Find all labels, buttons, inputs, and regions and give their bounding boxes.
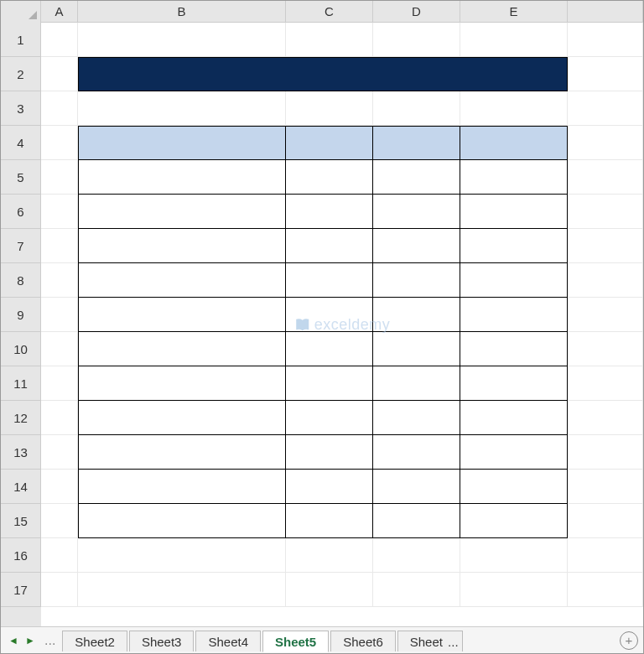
row-header-1[interactable]: 1 — [1, 23, 41, 57]
table-row[interactable] — [78, 401, 568, 435]
tab-nav-prev[interactable]: ◄ — [6, 632, 21, 649]
cell-grid[interactable]: exceldemy — [41, 23, 643, 626]
grid-area: 1 2 3 4 5 6 7 8 9 10 11 12 13 14 15 16 1… — [1, 23, 643, 626]
table-row[interactable] — [78, 470, 568, 504]
column-header-C[interactable]: C — [286, 1, 373, 22]
row-header-2[interactable]: 2 — [1, 57, 41, 91]
data-table — [78, 126, 568, 538]
table-header-cell[interactable] — [460, 126, 568, 160]
sheet-tab[interactable]: Sheet3 — [129, 631, 195, 651]
row-header-12[interactable]: 12 — [1, 401, 41, 435]
column-header-rest — [568, 1, 643, 22]
tab-overflow-right: ... — [448, 635, 459, 649]
row-header-14[interactable]: 14 — [1, 470, 41, 504]
sheet-tab[interactable]: Sheet2 — [62, 631, 127, 651]
table-row[interactable] — [78, 366, 568, 401]
column-header-D[interactable]: D — [373, 1, 460, 22]
row-header-17[interactable]: 17 — [1, 573, 41, 607]
row-header-16[interactable]: 16 — [1, 538, 41, 573]
add-sheet-button[interactable]: + — [620, 631, 638, 650]
sheet-tab[interactable]: Sheet6 — [330, 631, 396, 651]
tab-overflow-left[interactable]: ... — [39, 634, 60, 647]
table-header-row[interactable] — [78, 126, 568, 160]
row-header-6[interactable]: 6 — [1, 195, 41, 229]
table-row[interactable] — [78, 504, 568, 538]
sheet-tab-bar: ◄ ► ... Sheet2 Sheet3 Sheet4 Sheet5 Shee… — [1, 626, 643, 653]
table-row[interactable] — [78, 263, 568, 298]
sheet-tab[interactable]: Sheet4 — [195, 631, 261, 651]
row-header-13[interactable]: 13 — [1, 435, 41, 470]
row-header-4[interactable]: 4 — [1, 126, 41, 160]
sheet-tab[interactable]: Sheet ... — [397, 631, 463, 651]
table-row[interactable] — [78, 298, 568, 332]
row-header-3[interactable]: 3 — [1, 91, 41, 126]
table-header-cell[interactable] — [373, 126, 460, 160]
plus-icon: + — [626, 634, 633, 646]
row-header-7[interactable]: 7 — [1, 229, 41, 263]
select-all-corner[interactable] — [1, 1, 41, 23]
table-row[interactable] — [78, 332, 568, 366]
table-row[interactable] — [78, 195, 568, 229]
row-header-10[interactable]: 10 — [1, 332, 41, 366]
title-banner-merged[interactable] — [78, 57, 568, 91]
table-header-cell[interactable] — [286, 126, 373, 160]
sheet-tab-active[interactable]: Sheet5 — [262, 631, 329, 652]
sheet-tab-label: Sheet — [410, 635, 443, 649]
table-row[interactable] — [78, 435, 568, 470]
table-header-cell[interactable] — [78, 126, 286, 160]
table-row[interactable] — [78, 229, 568, 263]
row-header-11[interactable]: 11 — [1, 366, 41, 401]
chevron-left-icon: ◄ — [8, 635, 18, 646]
tab-nav-next[interactable]: ► — [23, 632, 38, 649]
column-header-A[interactable]: A — [41, 1, 78, 22]
column-header-E[interactable]: E — [460, 1, 568, 22]
row-header-9[interactable]: 9 — [1, 298, 41, 332]
row-header-15[interactable]: 15 — [1, 504, 41, 538]
spreadsheet-workbook: A B C D E 1 2 3 4 5 6 7 8 9 10 11 12 13 … — [1, 1, 643, 653]
column-header-row: A B C D E — [1, 1, 643, 23]
row-header-5[interactable]: 5 — [1, 160, 41, 195]
column-header-B[interactable]: B — [78, 1, 286, 22]
row-header-8[interactable]: 8 — [1, 263, 41, 298]
chevron-right-icon: ► — [25, 635, 35, 646]
table-row[interactable] — [78, 160, 568, 195]
row-header-strip: 1 2 3 4 5 6 7 8 9 10 11 12 13 14 15 16 1… — [1, 23, 41, 626]
